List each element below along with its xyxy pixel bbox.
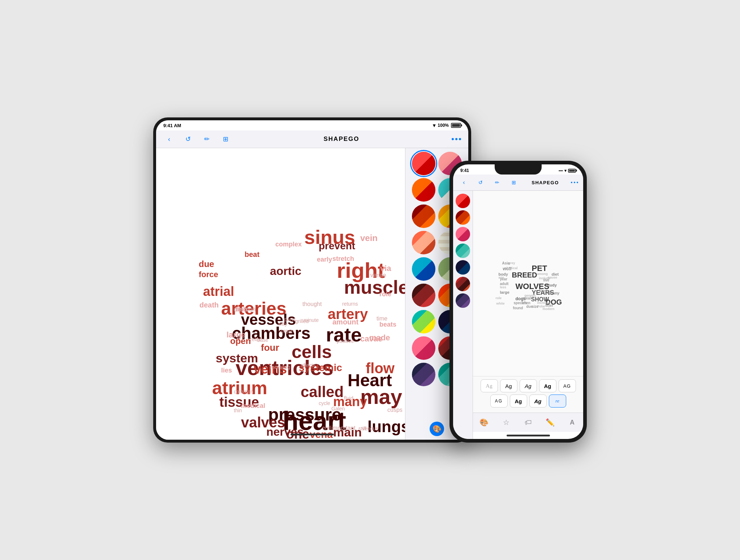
- battery-percent: 100%: [438, 123, 449, 128]
- word-end: end: [322, 425, 331, 430]
- iphone-back-button[interactable]: ‹: [458, 177, 470, 188]
- iphone-palette-color-7[interactable]: [456, 293, 470, 308]
- word-large: large: [227, 331, 246, 339]
- dog-word-genetic: genetic: [525, 294, 536, 297]
- iphone-bottom-bar: 🎨 ☆ 🏷 ✏️ A: [473, 413, 583, 432]
- iphone-refresh-button[interactable]: ↺: [475, 177, 486, 188]
- palette-color-1[interactable]: [412, 152, 435, 175]
- word-amount: amount: [332, 318, 358, 326]
- iphone-palette-color-6[interactable]: [456, 277, 470, 291]
- iphone-pencil-button[interactable]: ✏: [491, 177, 503, 188]
- dog-word-found: found: [513, 306, 523, 310]
- iphone-toolbox-button[interactable]: ⊞: [508, 177, 520, 188]
- font-btn-7[interactable]: Ag: [510, 395, 527, 408]
- scene: 9:41 AM ▾ 100% ‹ ↺ ✏ ⊞ SHAPEGO: [153, 117, 587, 443]
- iphone-time: 9:41: [460, 168, 482, 173]
- iphone-more-button[interactable]: [571, 182, 578, 183]
- font-row-1: Ag Ag Ag Ag AG: [477, 379, 580, 392]
- heart-shape: heartventriclesmusclerightsinusarteriesc…: [163, 155, 401, 426]
- home-bar: [507, 435, 550, 436]
- dog-word-Polar: Polar: [537, 305, 546, 308]
- word-early: early: [317, 256, 332, 263]
- back-button[interactable]: ‹: [163, 133, 175, 145]
- palette-color-9[interactable]: [412, 257, 435, 281]
- iphone-palette-color-4[interactable]: [456, 244, 470, 258]
- iphone-palette-color-1[interactable]: [456, 194, 470, 208]
- palette-color-7[interactable]: [412, 231, 435, 254]
- text-icon-btn[interactable]: A: [566, 416, 579, 429]
- word-cavae: cavae: [360, 335, 382, 343]
- iphone-status-right: ▪▪▪ ▾: [559, 168, 576, 173]
- dog-word-age: age: [499, 276, 504, 279]
- dog-word-cloud: WOLVESYEARSBREEDPETdogsstudyDOGSHOWwolfb…: [492, 251, 564, 316]
- palette-color-17[interactable]: [412, 363, 435, 386]
- word-cells: cells: [292, 343, 332, 361]
- refresh-button[interactable]: ↺: [182, 133, 194, 145]
- ipad-status-right: ▾ 100%: [433, 122, 461, 128]
- iphone-palette-color-2[interactable]: [456, 210, 470, 225]
- dog-word-due: due: [526, 305, 533, 309]
- iphone-palette-color-5[interactable]: [456, 260, 470, 275]
- palette-color-5[interactable]: [412, 204, 435, 228]
- iphone-palette-color-3[interactable]: [456, 227, 470, 241]
- palette-color-3[interactable]: [412, 178, 435, 202]
- font-btn-8[interactable]: Ag: [529, 395, 547, 408]
- word-venae: venae: [370, 272, 386, 278]
- word-force: force: [199, 271, 218, 279]
- word-system: system: [216, 352, 258, 364]
- font-btn-4[interactable]: Ag: [539, 379, 556, 392]
- iphone-toolbar: ‹ ↺ ✏ ⊞ SHAPEGO: [453, 175, 583, 191]
- dot1: [452, 138, 454, 140]
- word-right: right: [337, 260, 385, 281]
- word-affects: affects: [301, 363, 315, 368]
- font-btn-5[interactable]: AG: [559, 379, 576, 392]
- ipad-palette-btn[interactable]: 🎨: [430, 422, 444, 436]
- word-thought: thought: [302, 301, 322, 307]
- iphone-battery-fill: [569, 170, 575, 172]
- signal-icon: ▪▪▪: [559, 168, 563, 173]
- font-btn-9[interactable]: re: [549, 395, 566, 408]
- more-button[interactable]: [452, 138, 461, 140]
- word-cusps: cusps: [387, 407, 403, 413]
- word-medical: medical: [241, 402, 265, 409]
- word-atrial: atrial: [203, 285, 234, 298]
- font-btn-3[interactable]: Ag: [520, 379, 537, 392]
- ipad-toolbar: ‹ ↺ ✏ ⊞ SHAPEGO: [156, 130, 468, 148]
- iphone-device: 9:41 ▪▪▪ ▾ ‹ ↺ ✏ ⊞ SHAPEGO: [449, 161, 587, 443]
- dog-word-less: less: [500, 285, 507, 289]
- iphone-palette-sidebar: [453, 191, 473, 439]
- dog-word-physical: physical: [505, 266, 518, 270]
- battery-fill: [452, 124, 460, 127]
- font-btn-1[interactable]: Ag: [481, 379, 498, 392]
- dot2: [574, 182, 575, 183]
- dot2: [455, 138, 457, 140]
- dog-word-grey: grey: [508, 261, 515, 265]
- pencil-button[interactable]: ✏: [201, 133, 212, 145]
- tag-icon-btn[interactable]: 🏷: [522, 416, 535, 429]
- wifi-icon-iphone: ▾: [564, 168, 567, 173]
- iphone-content: WOLVESYEARSBREEDPETdogsstudyDOGSHOWwolfb…: [453, 191, 583, 439]
- palette-color-15[interactable]: [412, 336, 435, 360]
- dog-word-study: study: [546, 283, 557, 287]
- font-btn-6[interactable]: AG: [490, 395, 508, 408]
- word-lies: lies: [221, 367, 232, 374]
- toolbox-button[interactable]: ⊞: [220, 133, 231, 145]
- iphone-battery: [568, 169, 576, 173]
- word-common: common: [234, 389, 253, 394]
- star-icon-btn[interactable]: ☆: [500, 416, 513, 429]
- ipad-time: 9:41 AM: [163, 123, 181, 128]
- pencil-icon-btn[interactable]: ✏️: [544, 416, 557, 429]
- ipad-device: 9:41 AM ▾ 100% ‹ ↺ ✏ ⊞ SHAPEGO: [153, 117, 471, 443]
- word-receiving: receiving: [270, 365, 290, 370]
- word-Galen: Galen: [331, 406, 345, 411]
- dog-word-North: North: [539, 289, 549, 293]
- word-cycle: cycle: [319, 401, 330, 406]
- iphone-main-area: WOLVESYEARSBREEDPETdogsstudyDOGSHOWwolfb…: [473, 191, 583, 439]
- font-btn-2[interactable]: Ag: [500, 379, 517, 392]
- palette-color-13[interactable]: [412, 310, 435, 333]
- word-time: time: [377, 316, 387, 322]
- iphone-notch: [495, 164, 542, 175]
- palette-icon-btn[interactable]: 🎨: [478, 416, 491, 429]
- ipad-status-bar: 9:41 AM ▾ 100%: [156, 120, 468, 130]
- palette-color-11[interactable]: [412, 284, 435, 307]
